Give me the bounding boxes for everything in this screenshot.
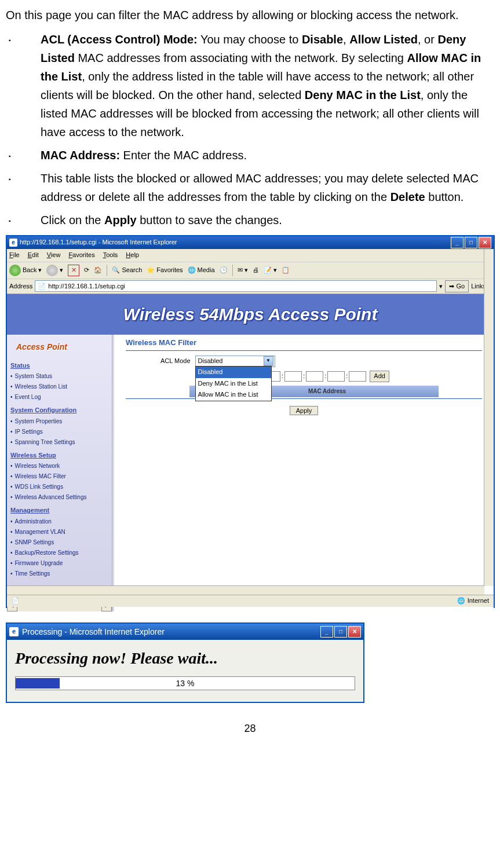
acl-option-allow[interactable]: Allow MAC in the List (196, 389, 271, 401)
bullet-item: ▪ACL (Access Control) Mode: You may choo… (6, 30, 494, 141)
forward-button[interactable]: ▾ (46, 265, 63, 276)
refresh-button[interactable]: ⟳ (84, 265, 89, 276)
nav-item[interactable]: Backup/Restore Settings (10, 548, 112, 558)
progress-bar: 13 % (15, 676, 355, 690)
mac-octet-3[interactable] (284, 371, 302, 382)
acl-mode-label: ACL Mode (160, 356, 191, 367)
nav-group-title: Status (10, 361, 112, 371)
minimize-button[interactable]: _ (320, 626, 333, 638)
nav-item[interactable]: Spanning Tree Settings (10, 438, 112, 447)
stop-button[interactable]: ✕ (68, 265, 79, 276)
ie-icon: e (9, 627, 19, 636)
address-input[interactable]: 📄 http://192.168.1.1/setup.cgi (35, 280, 437, 292)
nav-item[interactable]: Administration (10, 517, 112, 526)
nav-item[interactable]: SNMP Settings (10, 538, 112, 547)
close-button[interactable]: ✕ (348, 626, 361, 638)
discuss-button[interactable]: 📋 (282, 265, 290, 276)
nav-item[interactable]: Firmware Upgrade (10, 559, 112, 568)
search-button[interactable]: 🔍 Search (112, 265, 142, 276)
ie-title: http://192.168.1.1/setup.cgi - Microsoft… (20, 237, 177, 248)
nav-item[interactable]: Wireless Advanced Settings (10, 493, 112, 502)
minimize-button[interactable]: _ (451, 237, 463, 248)
favorites-button[interactable]: ⭐ Favorites (147, 265, 183, 276)
nav-item[interactable]: System Properties (10, 417, 112, 426)
nav-group-title: Management (10, 506, 112, 516)
chevron-down-icon: ▼ (264, 356, 273, 366)
home-button[interactable]: 🏠 (94, 265, 102, 276)
status-left: 📄 (12, 596, 20, 606)
sidebar-title: Access Point (16, 340, 112, 353)
page-number: 28 (6, 720, 494, 737)
sidebar: Access Point StatusSystem StatusWireless… (7, 335, 112, 611)
progress-percent: 13 % (16, 677, 355, 690)
nav-item[interactable]: Event Log (10, 393, 112, 402)
go-button[interactable]: ➡ Go (445, 280, 469, 293)
bullet-item: ▪MAC Address: Enter the MAC address. (6, 146, 494, 164)
horizontal-scrollbar[interactable] (7, 585, 484, 595)
ie-icon: e (9, 239, 17, 247)
banner: Wireless 54Mbps Access Point (7, 294, 494, 335)
nav-item[interactable]: Wireless MAC Filter (10, 472, 112, 481)
processing-text: Processing now! Please wait... (15, 646, 355, 672)
ie-statusbar: 📄 🌐 Internet (7, 595, 494, 607)
nav-item[interactable]: WDS Link Settings (10, 482, 112, 492)
menu-edit[interactable]: Edit (28, 250, 39, 261)
bullet-list: ▪ACL (Access Control) Mode: You may choo… (6, 30, 494, 229)
vertical-scrollbar[interactable] (484, 249, 494, 586)
back-button[interactable]: Back ▾ (9, 265, 42, 276)
main-content: Wireless MAC Filter ACL Mode Disabled ▼ … (112, 335, 494, 611)
history-button[interactable]: 🕒 (220, 265, 228, 276)
ie-titlebar: e http://192.168.1.1/setup.cgi - Microso… (7, 236, 494, 249)
add-button[interactable]: Add (370, 371, 389, 382)
nav-item[interactable]: IP Settings (10, 427, 112, 437)
menu-view[interactable]: View (47, 250, 61, 261)
ie-menubar: FileEditViewFavoritesToolsHelp (7, 249, 494, 262)
maximize-button[interactable]: □ (465, 237, 477, 248)
nav-item[interactable]: Wireless Station List (10, 382, 112, 391)
close-button[interactable]: ✕ (479, 237, 491, 248)
nav-group-title: Wireless Setup (10, 451, 112, 461)
ie-addressbar: Address 📄 http://192.168.1.1/setup.cgi ▾… (7, 279, 494, 295)
media-button[interactable]: 🌐 Media (188, 265, 215, 276)
bullet-item: ▪This table lists the blocked or allowed… (6, 169, 494, 206)
section-title: Wireless MAC Filter (126, 337, 482, 351)
edit-button[interactable]: 📝 ▾ (264, 265, 277, 276)
page-icon: 📄 (38, 281, 46, 292)
acl-dropdown: Disabled Deny MAC in the List Allow MAC … (195, 366, 272, 401)
acl-option-deny[interactable]: Deny MAC in the List (196, 378, 271, 390)
nav-item[interactable]: Wireless Network (10, 462, 112, 471)
menu-tools[interactable]: Tools (103, 250, 118, 261)
processing-dialog: e Processing - Microsoft Internet Explor… (6, 622, 364, 703)
banner-text: Wireless 54Mbps Access Point (123, 301, 378, 328)
mac-input-row: : : : : : Add (242, 371, 482, 382)
intro-text: On this page you can filter the MAC addr… (6, 6, 494, 24)
mac-octet-6[interactable] (349, 371, 366, 382)
processing-titlebar: e Processing - Microsoft Internet Explor… (7, 624, 363, 640)
nav-item[interactable]: Management VLAN (10, 528, 112, 537)
menu-favorites[interactable]: Favorites (68, 250, 94, 261)
acl-option-disabled[interactable]: Disabled (196, 367, 271, 378)
menu-help[interactable]: Help (126, 250, 139, 261)
maximize-button[interactable]: □ (334, 626, 347, 638)
nav-group-title: System Configuration (10, 405, 112, 416)
mail-button[interactable]: ✉ ▾ (238, 265, 248, 276)
print-button[interactable]: 🖨 (253, 265, 259, 276)
mac-octet-4[interactable] (306, 371, 323, 382)
ie-toolbar: Back ▾ ▾ ✕ ⟳ 🏠 🔍 Search ⭐ Favorites 🌐 Me… (7, 262, 494, 279)
status-zone: 🌐 Internet (457, 596, 489, 606)
mac-octet-5[interactable] (327, 371, 345, 382)
ie-window-screenshot: e http://192.168.1.1/setup.cgi - Microso… (6, 235, 495, 608)
nav-item[interactable]: System Status (10, 372, 112, 381)
address-label: Address (9, 281, 32, 292)
apply-button[interactable]: Apply (290, 406, 319, 415)
bullet-item: ▪Click on the Apply button to save the c… (6, 211, 494, 229)
menu-file[interactable]: File (9, 250, 20, 261)
acl-mode-select[interactable]: Disabled ▼ (195, 356, 275, 367)
nav-item[interactable]: Time Settings (10, 569, 112, 578)
